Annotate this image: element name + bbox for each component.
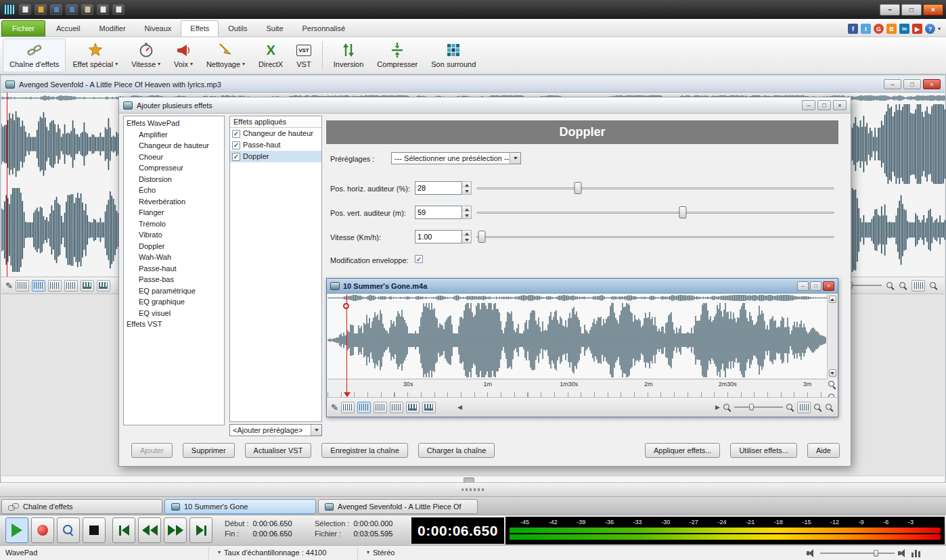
add-preset-combo[interactable]: <Ajouter préréglage> bbox=[229, 424, 322, 436]
splitter-grip[interactable] bbox=[461, 488, 485, 491]
dialog-button[interactable]: Actualiser VST bbox=[245, 443, 312, 458]
facebook-icon[interactable]: f bbox=[848, 24, 858, 34]
go-to-end-button[interactable] bbox=[189, 517, 212, 543]
zoom-in-vertical-icon[interactable] bbox=[828, 380, 836, 389]
vertical-position-input[interactable] bbox=[415, 206, 462, 219]
effect-checkbox[interactable] bbox=[232, 153, 240, 161]
tab-suite[interactable]: Suite bbox=[256, 20, 292, 37]
speed-input[interactable] bbox=[415, 230, 462, 243]
open-file-icon[interactable] bbox=[35, 4, 47, 15]
slider-thumb[interactable] bbox=[478, 231, 485, 243]
tab-accueil[interactable]: Accueil bbox=[47, 20, 89, 37]
effects-tree-item[interactable]: Réverbération bbox=[124, 196, 224, 208]
applied-effect-row[interactable]: Changeur de hauteur bbox=[230, 128, 321, 139]
pencil-tool-icon[interactable]: ✎ bbox=[331, 403, 338, 412]
dialog-maximize-button[interactable]: □ bbox=[817, 100, 831, 110]
stop-button[interactable] bbox=[83, 517, 106, 543]
spin-down-button[interactable] bbox=[462, 237, 471, 243]
paste-icon[interactable] bbox=[97, 4, 109, 15]
level-bottom-tool[interactable] bbox=[97, 280, 110, 291]
preview-restore-button[interactable]: □ bbox=[810, 281, 821, 291]
effects-tree-item[interactable]: Doppler bbox=[124, 241, 224, 252]
file-tab-effect-chain[interactable]: Chaîne d'effets bbox=[1, 499, 162, 514]
preview-vertical-scrollbar[interactable] bbox=[827, 294, 837, 378]
timeline-ruler[interactable]: 30s1m1m30s2m2m30s3m bbox=[328, 379, 828, 397]
document-minimize-button[interactable]: – bbox=[884, 79, 901, 89]
level-bottom-tool[interactable] bbox=[422, 402, 436, 413]
tab-effets[interactable]: Effets bbox=[181, 20, 219, 37]
effects-tree-item[interactable]: Vibrato bbox=[124, 229, 224, 241]
effects-tree-item[interactable]: EQ paramétrique bbox=[124, 285, 224, 297]
zoom-in-icon[interactable] bbox=[886, 281, 895, 290]
volume-slider[interactable] bbox=[820, 549, 895, 557]
save-as-icon[interactable] bbox=[66, 4, 78, 15]
channel-mode-selector[interactable]: ▾ Stéréo bbox=[367, 549, 395, 557]
cleanup-button[interactable]: Nettoyage▾ bbox=[200, 39, 252, 72]
slider-track[interactable] bbox=[476, 212, 834, 214]
effects-tree-item[interactable]: Wah-Wah bbox=[124, 252, 224, 263]
dialog-button[interactable]: Aide bbox=[807, 443, 840, 458]
window-splitter[interactable] bbox=[0, 482, 946, 497]
preview-playback-cursor[interactable] bbox=[346, 294, 347, 397]
slider-thumb[interactable] bbox=[679, 206, 686, 218]
zoom-out-icon[interactable] bbox=[723, 403, 731, 412]
dialog-button[interactable]: Charger la chaîne bbox=[418, 443, 495, 458]
spin-down-button[interactable] bbox=[462, 188, 471, 194]
applied-effect-row[interactable]: Passe-haut bbox=[230, 139, 321, 151]
options-icon[interactable] bbox=[112, 4, 125, 15]
volume-slider-thumb[interactable] bbox=[874, 550, 878, 557]
cursor-handle[interactable] bbox=[343, 303, 349, 309]
spin-up-button[interactable] bbox=[462, 182, 471, 188]
scroll-left-icon[interactable]: ◀ bbox=[457, 404, 462, 411]
file-tab-avenged-sevenfold[interactable]: Avenged Sevenfold - A Little Piece Of bbox=[318, 499, 478, 514]
go-to-start-button[interactable] bbox=[112, 517, 135, 543]
sample-rate-selector[interactable]: ▾ Taux d'échantillonnage : 44100 bbox=[218, 549, 326, 557]
blogger-icon[interactable]: B bbox=[886, 24, 897, 34]
effects-tree-item[interactable]: Passe-bas bbox=[124, 274, 224, 285]
youtube-icon[interactable]: ▶ bbox=[912, 24, 922, 34]
fast-forward-button[interactable] bbox=[164, 517, 187, 543]
effects-tree-item[interactable]: Écho bbox=[124, 185, 224, 196]
record-button[interactable] bbox=[31, 517, 54, 543]
effects-tree-item[interactable]: Trémolo bbox=[124, 218, 224, 230]
effects-tree-item[interactable]: Passe-haut bbox=[124, 263, 224, 275]
window-close-button[interactable]: × bbox=[923, 4, 943, 16]
wave-view-tool[interactable] bbox=[341, 402, 355, 413]
effects-tree-item[interactable]: Flanger bbox=[124, 207, 224, 218]
applied-effect-row[interactable]: Doppler bbox=[230, 151, 321, 162]
effects-tree-item[interactable]: EQ graphique bbox=[124, 296, 224, 308]
effects-tree-item[interactable]: EQ visuel bbox=[124, 308, 224, 319]
tab-niveaux[interactable]: Niveaux bbox=[135, 20, 181, 37]
help-icon[interactable]: ? bbox=[925, 24, 935, 34]
preview-minimize-button[interactable]: – bbox=[797, 281, 809, 291]
new-file-icon[interactable] bbox=[19, 4, 31, 15]
spin-up-button[interactable] bbox=[462, 231, 471, 237]
speed-slider[interactable] bbox=[476, 231, 834, 243]
slider-track[interactable] bbox=[476, 236, 834, 238]
file-tab-summers-gone[interactable]: 10 Summer's Gone bbox=[164, 499, 316, 514]
voice-button[interactable]: Voix▾ bbox=[167, 39, 200, 72]
dialog-button[interactable]: Enregistrer la chaîne bbox=[321, 443, 408, 458]
select-tool[interactable] bbox=[32, 280, 45, 291]
preview-waveform[interactable] bbox=[328, 302, 827, 378]
vertical-position-slider[interactable] bbox=[476, 206, 834, 218]
horizontal-position-input[interactable] bbox=[415, 181, 462, 195]
spectrum-tool[interactable] bbox=[64, 280, 78, 291]
scroll-up-icon[interactable] bbox=[829, 296, 836, 303]
effects-tree-item[interactable]: Changeur de hauteur bbox=[124, 140, 224, 151]
combo-caret-button[interactable] bbox=[510, 153, 520, 164]
preview-close-button[interactable]: × bbox=[823, 281, 834, 291]
rewind-button[interactable] bbox=[138, 517, 161, 543]
tab-modifier[interactable]: Modifier bbox=[89, 20, 135, 37]
playback-cursor[interactable] bbox=[7, 93, 7, 277]
horizontal-position-slider[interactable] bbox=[476, 182, 834, 194]
mixer-icon[interactable] bbox=[911, 549, 920, 557]
window-maximize-button[interactable]: □ bbox=[901, 4, 922, 16]
tab-fichier[interactable]: Fichier bbox=[1, 20, 45, 37]
spin-up-button[interactable] bbox=[462, 206, 471, 212]
slider-thumb[interactable] bbox=[575, 182, 582, 194]
dialog-button[interactable]: Utiliser effets... bbox=[730, 443, 797, 458]
effects-tree-item[interactable]: Choeur bbox=[124, 151, 224, 163]
combo-caret-button[interactable] bbox=[311, 425, 321, 436]
pencil-tool-icon[interactable]: ✎ bbox=[5, 281, 13, 290]
